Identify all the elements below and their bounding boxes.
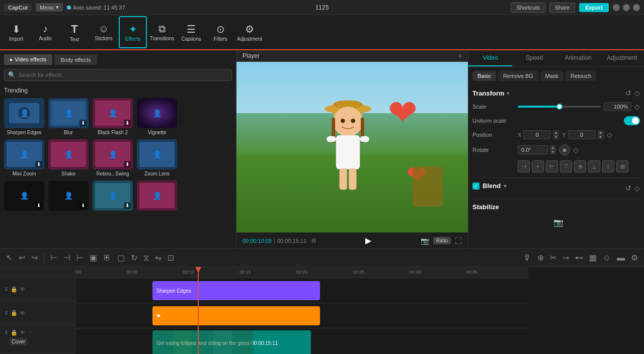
track-move-3[interactable]: ⇕	[4, 329, 9, 336]
scale-keyframe[interactable]: ◇	[634, 103, 640, 111]
tab-video[interactable]: Video	[468, 50, 512, 66]
tl-shield[interactable]: ⛨	[101, 252, 113, 263]
align-bottom[interactable]: ⊥	[588, 160, 600, 172]
x-up[interactable]: ▲	[553, 130, 559, 135]
effect-black-flash[interactable]: 👤 ⬇ Black Flash 2	[93, 98, 133, 135]
tool-transitions[interactable]: ⧉ Transitions	[148, 16, 176, 48]
tl-direction[interactable]: ⇋	[153, 252, 164, 263]
scale-slider[interactable]	[518, 106, 601, 108]
chapters-icon[interactable]: ⊟	[311, 237, 316, 244]
tl-undo[interactable]: ↩	[17, 252, 27, 263]
maximize-button[interactable]: □	[623, 4, 630, 11]
rotate-up[interactable]: ▲	[550, 145, 556, 150]
effect-rebou-swing[interactable]: 👤 ⬇ Rebou...Swing	[93, 139, 133, 176]
effect-11[interactable]: 👤 ⬇	[93, 181, 133, 212]
tab-adjustment[interactable]: Adjustment	[600, 50, 644, 66]
rotate-input[interactable]	[518, 145, 548, 154]
tl-frame[interactable]: ▢	[115, 252, 127, 263]
effect-9[interactable]: 👤 ⬇	[4, 181, 44, 212]
search-input[interactable]	[4, 69, 232, 81]
playhead[interactable]	[198, 267, 199, 354]
align-distribute-h[interactable]: |	[602, 160, 614, 172]
menu-button[interactable]: Menu ▾	[36, 3, 63, 12]
tl-separate[interactable]: ⊸	[560, 252, 571, 263]
effect-shake[interactable]: 👤 Shake	[48, 139, 89, 176]
tl-scissors[interactable]: ✂	[548, 252, 558, 263]
clip-main-video[interactable]: Girl eating lollipop and sitting on the …	[152, 330, 311, 354]
tl-mic[interactable]: 🎙	[521, 252, 533, 263]
transform-keyframe[interactable]: ◇	[634, 89, 640, 97]
tab-speed[interactable]: Speed	[512, 50, 556, 66]
align-center-h[interactable]: +	[532, 160, 544, 172]
fullscreen-icon[interactable]: ⛶	[455, 237, 462, 245]
y-input[interactable]	[568, 130, 596, 139]
tl-settings[interactable]: ⚙	[629, 252, 640, 263]
x-input[interactable]	[523, 130, 551, 139]
effect-12[interactable]: 👤	[137, 181, 177, 212]
props-tab-retouch[interactable]: Retouch	[566, 71, 596, 81]
clip-heart[interactable]: ❤	[152, 306, 320, 325]
align-right[interactable]: ⊢	[546, 160, 558, 172]
screenshot-icon[interactable]: 📷	[421, 237, 429, 245]
effect-sharpen-edges[interactable]: 👤 Sharpen Edges	[4, 98, 44, 135]
tl-thumbnail[interactable]: ▦	[587, 252, 599, 263]
track-lock-3[interactable]: 🔒	[11, 329, 18, 336]
ratio-button[interactable]: Ratio	[433, 237, 451, 244]
effect-blur[interactable]: 👤 ⬇ Blur	[48, 98, 89, 135]
tl-rotate[interactable]: ↻	[129, 252, 139, 263]
tool-captions[interactable]: ☰ Captions	[177, 16, 205, 48]
track-more[interactable]: ⋯	[27, 329, 33, 336]
blend-checkbox[interactable]: ✓	[472, 183, 479, 190]
share-button[interactable]: Share	[549, 3, 575, 13]
flip-button[interactable]: ⊕	[559, 144, 570, 155]
track-eye-2[interactable]: 👁	[20, 310, 25, 316]
tl-split[interactable]: ⊢	[48, 252, 59, 263]
align-center-v[interactable]: ⊕	[574, 160, 586, 172]
clip-sharpen-edges[interactable]: Sharpen Edges	[152, 281, 320, 300]
y-up[interactable]: ▲	[598, 130, 604, 135]
tab-body-effects[interactable]: Body effects	[54, 54, 97, 65]
align-top[interactable]: ⊤	[560, 160, 572, 172]
tool-audio[interactable]: ♪ Audio	[31, 16, 59, 48]
props-tab-mask[interactable]: Mask	[540, 71, 564, 81]
props-tab-basic[interactable]: Basic	[472, 71, 496, 81]
effect-vignette[interactable]: 👤 Vignette	[137, 98, 177, 135]
export-button[interactable]: Export	[579, 3, 609, 12]
tl-transform[interactable]: ⧖	[141, 252, 151, 263]
effect-10[interactable]: 👤 ⬇	[48, 181, 89, 212]
tool-adjustment[interactable]: ⚙ Adjustment	[235, 16, 264, 48]
y-down[interactable]: ▼	[598, 135, 604, 139]
tab-video-effects[interactable]: ▸ Video effects	[4, 54, 52, 65]
tool-stickers[interactable]: ☺ Stickers	[90, 16, 118, 48]
track-eye-3[interactable]: 👁	[20, 329, 25, 336]
tl-emoji[interactable]: ☺	[601, 252, 613, 263]
tab-animation[interactable]: Animation	[556, 50, 600, 66]
track-eye-1[interactable]: 👁	[20, 286, 25, 292]
tl-crop2[interactable]: ⊡	[166, 252, 176, 263]
blend-keyframe[interactable]: ◇	[634, 184, 640, 192]
tl-crop[interactable]: ▣	[88, 252, 99, 263]
rotate-keyframe[interactable]: ◇	[573, 146, 579, 154]
player-menu-icon[interactable]: ≡	[458, 52, 462, 59]
camera-icon[interactable]: 📷	[553, 218, 564, 227]
tool-text[interactable]: T Text	[60, 16, 89, 48]
close-button[interactable]: ✕	[633, 4, 640, 11]
shortcuts-button[interactable]: Shortcuts	[511, 3, 545, 13]
uniform-scale-toggle[interactable]	[624, 116, 640, 125]
x-down[interactable]: ▼	[553, 135, 559, 139]
tl-trim-left[interactable]: ⊣	[61, 252, 72, 263]
transform-reset[interactable]: ↺	[625, 89, 631, 97]
play-button[interactable]: ▶	[365, 236, 371, 245]
rotate-down[interactable]: ▼	[550, 150, 556, 154]
align-distribute-v[interactable]: ⊞	[616, 160, 628, 172]
track-move[interactable]: ⇕	[4, 286, 9, 293]
align-left[interactable]: ⊣	[518, 160, 530, 172]
tool-import[interactable]: ⬇ Import	[2, 16, 30, 48]
position-keyframe[interactable]: ◇	[607, 131, 612, 139]
tl-select[interactable]: ↖	[4, 252, 15, 263]
scale-value-input[interactable]	[604, 102, 631, 111]
tool-filters[interactable]: ⊙ Filters	[206, 16, 234, 48]
blend-reset[interactable]: ↺	[625, 184, 631, 192]
tl-merge[interactable]: ⊷	[573, 252, 585, 263]
scale-thumb[interactable]	[556, 104, 562, 110]
